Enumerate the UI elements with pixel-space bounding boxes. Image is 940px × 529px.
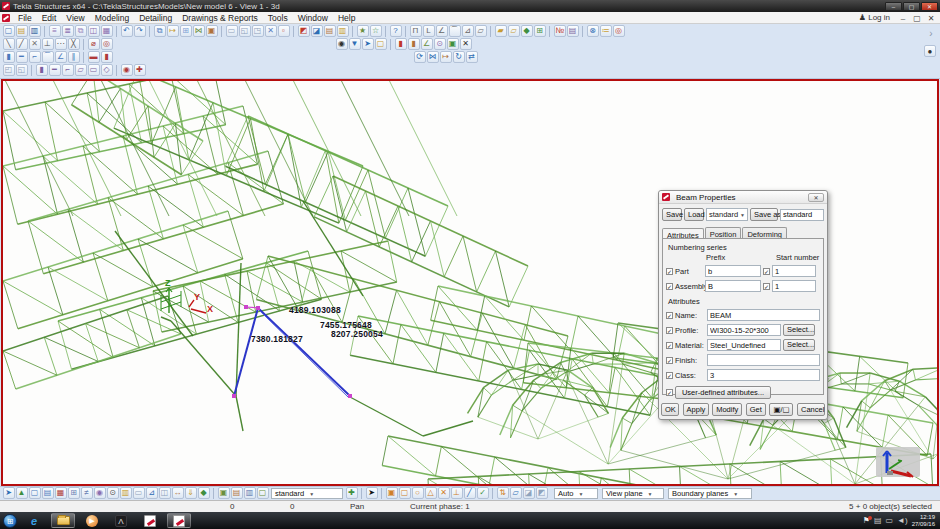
profile-angle-icon[interactable]: ∠ — [436, 25, 448, 37]
class-input[interactable] — [707, 369, 820, 381]
copy-object-icon[interactable]: ⧉ — [154, 25, 166, 37]
taskbar-clock[interactable]: 12:19 27/09/16 — [912, 514, 937, 528]
snap-override-icon[interactable]: ◎ — [101, 38, 113, 50]
profile-poly-icon[interactable]: ⊿ — [462, 25, 474, 37]
mdi-restore-button[interactable]: ▢ — [910, 14, 924, 23]
organizer-icon[interactable]: ▦ — [101, 25, 113, 37]
clash-check-icon[interactable]: ⊗ — [587, 25, 599, 37]
grid-tool-icon[interactable]: ⊞ — [534, 25, 546, 37]
select-distances-icon[interactable]: ↔ — [172, 487, 184, 499]
profile-plate-icon[interactable]: ▱ — [475, 25, 487, 37]
snap-geometry-icon[interactable]: ╱ — [16, 38, 28, 50]
create-orthogonal-beam-icon[interactable]: ∠ — [55, 51, 67, 63]
snap-auto-dropdown[interactable]: Auto▼ — [554, 488, 598, 499]
material-checkbox[interactable]: ✓ — [666, 342, 673, 349]
select-single-icon[interactable]: ▢ — [257, 487, 269, 499]
plane-view-b-icon[interactable]: ◱ — [16, 64, 28, 76]
filter-icon[interactable]: ▼ — [349, 38, 361, 50]
minimize-button[interactable]: – — [885, 2, 902, 11]
fly-icon[interactable]: ➤ — [362, 38, 374, 50]
modify-button[interactable]: Modify — [712, 403, 742, 416]
select-phases-icon[interactable]: ▤ — [231, 487, 243, 499]
measure-horizontal-icon[interactable]: ▮ — [408, 38, 420, 50]
phase-manager-icon[interactable]: ▥ — [337, 25, 349, 37]
rebar-icon[interactable]: ✚ — [134, 64, 146, 76]
select-welds-icon[interactable]: ◉ — [94, 487, 106, 499]
profile-l-icon[interactable]: L — [423, 25, 435, 37]
menu-detailing[interactable]: Detailing — [134, 13, 177, 23]
object-browser-icon[interactable]: ◩ — [298, 25, 310, 37]
osnap-intersection-icon[interactable]: ✕ — [438, 487, 450, 499]
select-planes-icon[interactable]: ◫ — [159, 487, 171, 499]
create-curved-beam-icon[interactable]: ⌒ — [42, 51, 54, 63]
weld-tool-icon[interactable]: ▣ — [447, 38, 459, 50]
numbering-icon[interactable]: № — [554, 25, 566, 37]
select-components-icon[interactable]: ▲ — [16, 487, 28, 499]
view-list-icon[interactable]: ◳ — [252, 25, 264, 37]
clipboard-icon[interactable]: ⧉ — [75, 25, 87, 37]
snap-nearest-icon[interactable]: ✕ — [29, 38, 41, 50]
toolbar-expand-chevron-icon[interactable]: › — [924, 28, 938, 39]
mdi-close-button[interactable]: ✕ — [924, 14, 938, 23]
taskbar-tekla-structures[interactable] — [167, 513, 191, 528]
select-filter-icon[interactable]: ★ — [357, 25, 369, 37]
concrete-column-icon[interactable]: ▮ — [36, 64, 48, 76]
osnap-line-icon[interactable]: ╱ — [464, 487, 476, 499]
select-cuts-icon[interactable]: ▥ — [120, 487, 132, 499]
measure-vertical-icon[interactable]: ▮ — [395, 38, 407, 50]
fetch-icon[interactable]: ▣ — [206, 25, 218, 37]
tray-volume-icon[interactable]: ◄) — [897, 516, 908, 525]
create-polybeam-icon[interactable]: ⌐ — [29, 51, 41, 63]
load-button[interactable]: Load — [684, 208, 704, 221]
select-grids-icon[interactable]: ⊞ — [68, 487, 80, 499]
catalog-icon[interactable]: ◫ — [88, 25, 100, 37]
maximize-button[interactable]: ▢ — [903, 2, 920, 11]
part-start-checkbox[interactable]: ✓ — [763, 268, 770, 275]
copy-special-icon[interactable]: ⊞ — [180, 25, 192, 37]
class-checkbox[interactable]: ✓ — [666, 372, 673, 379]
concrete-polybeam-icon[interactable]: ⌐ — [62, 64, 74, 76]
tray-display-icon[interactable]: ▭ — [885, 516, 893, 525]
profile-select-button[interactable]: Select... — [783, 324, 815, 336]
select-parts-icon[interactable]: ▢ — [29, 487, 41, 499]
profile-arc-icon[interactable]: ⌒ — [449, 25, 461, 37]
inquire-icon[interactable]: ? — [390, 25, 402, 37]
assembly-prefix-input[interactable] — [705, 280, 761, 292]
assembly-start-input[interactable] — [772, 280, 816, 292]
save-as-button[interactable]: Save as — [750, 208, 778, 221]
bolt-tool-icon[interactable]: ⊙ — [434, 38, 446, 50]
render-mode-icon[interactable]: ● — [924, 45, 936, 57]
copy-array-icon[interactable]: ↦ — [440, 51, 452, 63]
user-defined-attributes-button[interactable]: User-defined attributes... — [675, 386, 771, 399]
menu-drawings-reports[interactable]: Drawings & Reports — [177, 13, 263, 23]
osnap-perpendicular-icon[interactable]: ⊥ — [451, 487, 463, 499]
clip-plane-icon[interactable]: ✕ — [265, 25, 277, 37]
item-icon[interactable]: ◇ — [101, 64, 113, 76]
name-input[interactable] — [707, 309, 820, 321]
select-views-icon[interactable]: ▭ — [133, 487, 145, 499]
copy-rotate-icon[interactable]: ⟳ — [414, 51, 426, 63]
toggle-select-button[interactable]: ▣/▢ — [769, 403, 793, 416]
save-model-icon[interactable]: ▥ — [29, 25, 41, 37]
ok-button[interactable]: OK — [661, 403, 679, 416]
part-start-input[interactable] — [772, 265, 816, 277]
close-button[interactable]: ✕ — [921, 2, 938, 11]
snap-perpendicular-icon[interactable]: ⊥ — [42, 38, 54, 50]
report-icon[interactable]: ≔ — [600, 25, 612, 37]
boundary-planes-dropdown[interactable]: Boundary planes▼ — [668, 488, 752, 499]
model-viewport[interactable]: ZYX 4189.1030887455.1756488207.250054738… — [1, 79, 939, 486]
slab-icon[interactable]: ▱ — [75, 64, 87, 76]
open-model-icon[interactable]: ▤ — [16, 25, 28, 37]
tray-device-icon[interactable]: ▤ — [874, 516, 882, 525]
osnap-points-icon[interactable]: ▣ — [386, 487, 398, 499]
create-twin-profile-icon[interactable]: ∥ — [68, 51, 80, 63]
snap-extension-icon[interactable]: ⋯ — [55, 38, 67, 50]
erase-icon[interactable]: ✕ — [460, 38, 472, 50]
plane-thumbnail-a-icon[interactable]: ◪ — [523, 487, 535, 499]
get-button[interactable]: Get — [746, 403, 766, 416]
new-model-icon[interactable]: ▢ — [3, 25, 15, 37]
material-select-button[interactable]: Select... — [783, 339, 815, 351]
drag-and-drop-icon[interactable]: ➤ — [366, 487, 378, 499]
snap-reference-icon[interactable]: ╲ — [3, 38, 15, 50]
pour-object-icon[interactable]: ◉ — [121, 64, 133, 76]
